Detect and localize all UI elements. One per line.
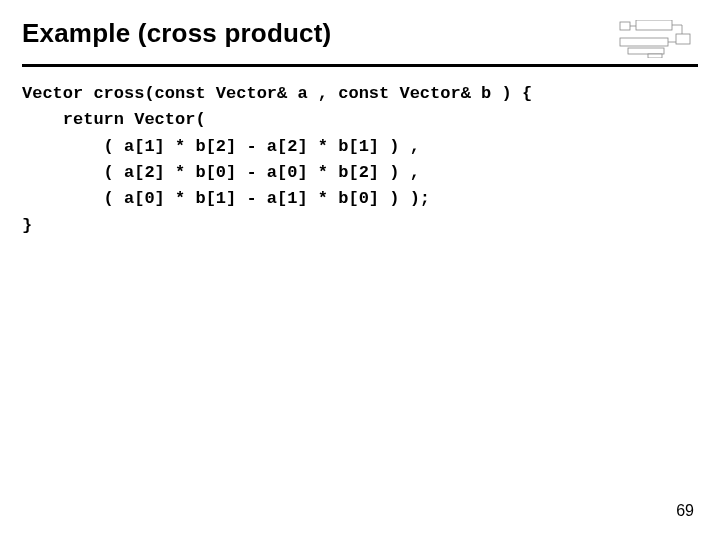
code-line: return Vector( [22,110,206,129]
code-block: Vector cross(const Vector& a , const Vec… [22,81,698,239]
code-line: ( a[2] * b[0] - a[0] * b[2] ) , [22,163,420,182]
title-divider [22,64,698,67]
svg-rect-2 [676,34,690,44]
page-title: Example (cross product) [22,18,331,49]
code-line: } [22,216,32,235]
slide: Example (cross product) Vector cross(c [0,0,720,540]
code-line: Vector cross(const Vector& a , const Vec… [22,84,532,103]
code-line: ( a[1] * b[2] - a[2] * b[1] ) , [22,137,420,156]
svg-rect-3 [620,38,668,46]
svg-rect-4 [628,48,664,54]
code-line: ( a[0] * b[1] - a[1] * b[0] ) ); [22,189,430,208]
header-row: Example (cross product) [22,18,698,58]
page-number: 69 [676,502,694,520]
decorative-diagram-icon [618,20,694,58]
svg-rect-0 [620,22,630,30]
svg-rect-5 [648,54,662,58]
svg-rect-1 [636,20,672,30]
